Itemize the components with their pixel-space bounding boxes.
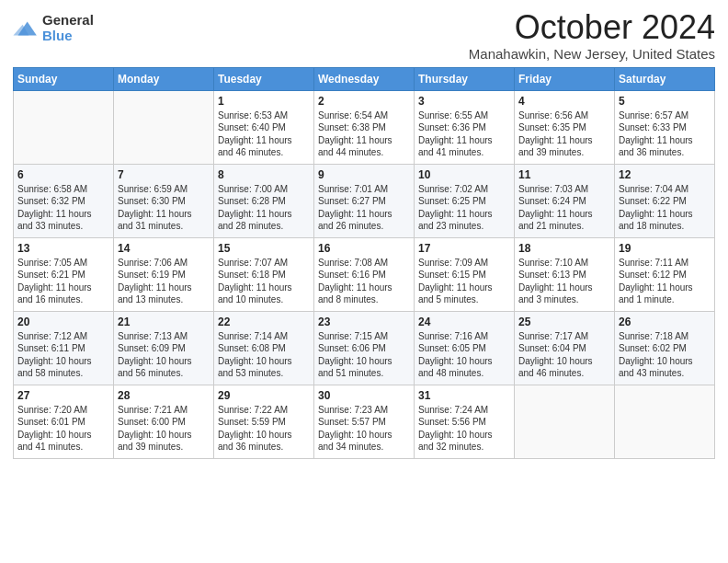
calendar-cell: 30Sunrise: 7:23 AM Sunset: 5:57 PM Dayli… <box>314 385 415 458</box>
cell-content: Sunrise: 7:07 AM Sunset: 6:18 PM Dayligh… <box>218 257 310 306</box>
day-number: 8 <box>218 168 310 181</box>
calendar-cell: 31Sunrise: 7:24 AM Sunset: 5:56 PM Dayli… <box>415 385 515 458</box>
calendar-cell: 10Sunrise: 7:02 AM Sunset: 6:25 PM Dayli… <box>415 164 515 237</box>
cell-content: Sunrise: 7:16 AM Sunset: 6:05 PM Dayligh… <box>418 330 510 380</box>
day-number: 15 <box>218 242 310 255</box>
day-number: 26 <box>619 316 711 328</box>
day-number: 27 <box>17 389 109 402</box>
day-number: 28 <box>118 389 210 402</box>
calendar-cell: 8Sunrise: 7:00 AM Sunset: 6:28 PM Daylig… <box>214 164 314 237</box>
logo-icon <box>13 18 39 39</box>
calendar-cell <box>515 385 615 458</box>
cell-content: Sunrise: 7:23 AM Sunset: 5:57 PM Dayligh… <box>318 404 410 454</box>
day-number: 3 <box>418 95 510 108</box>
day-number: 20 <box>17 316 109 328</box>
day-number: 22 <box>218 316 310 328</box>
logo-text: General Blue <box>42 13 94 43</box>
day-number: 19 <box>619 242 711 255</box>
cell-content: Sunrise: 7:20 AM Sunset: 6:01 PM Dayligh… <box>17 404 109 454</box>
cell-content: Sunrise: 7:18 AM Sunset: 6:02 PM Dayligh… <box>619 330 711 380</box>
calendar-cell: 21Sunrise: 7:13 AM Sunset: 6:09 PM Dayli… <box>114 311 214 385</box>
calendar-cell: 7Sunrise: 6:59 AM Sunset: 6:30 PM Daylig… <box>114 164 214 237</box>
calendar-cell: 23Sunrise: 7:15 AM Sunset: 6:06 PM Dayli… <box>314 311 415 385</box>
col-saturday: Saturday <box>615 67 715 90</box>
day-number: 18 <box>518 242 610 255</box>
calendar-cell: 20Sunrise: 7:12 AM Sunset: 6:11 PM Dayli… <box>14 311 114 385</box>
day-number: 4 <box>518 95 610 108</box>
col-wednesday: Wednesday <box>314 67 415 90</box>
col-sunday: Sunday <box>14 67 114 90</box>
cell-content: Sunrise: 6:56 AM Sunset: 6:35 PM Dayligh… <box>518 109 610 159</box>
calendar-cell: 25Sunrise: 7:17 AM Sunset: 6:04 PM Dayli… <box>515 311 615 385</box>
cell-content: Sunrise: 7:06 AM Sunset: 6:19 PM Dayligh… <box>118 257 210 306</box>
cell-content: Sunrise: 7:10 AM Sunset: 6:13 PM Dayligh… <box>518 257 610 306</box>
calendar-cell: 12Sunrise: 7:04 AM Sunset: 6:22 PM Dayli… <box>615 164 715 237</box>
day-number: 11 <box>518 168 610 181</box>
day-number: 12 <box>619 168 711 181</box>
cell-content: Sunrise: 6:55 AM Sunset: 6:36 PM Dayligh… <box>418 109 510 159</box>
cell-content: Sunrise: 7:05 AM Sunset: 6:21 PM Dayligh… <box>17 257 109 306</box>
col-thursday: Thursday <box>415 67 515 90</box>
calendar-cell: 2Sunrise: 6:54 AM Sunset: 6:38 PM Daylig… <box>314 90 415 164</box>
cell-content: Sunrise: 7:03 AM Sunset: 6:24 PM Dayligh… <box>518 183 610 233</box>
day-number: 30 <box>318 389 410 402</box>
cell-content: Sunrise: 7:17 AM Sunset: 6:04 PM Dayligh… <box>518 330 610 380</box>
calendar-cell: 14Sunrise: 7:06 AM Sunset: 6:19 PM Dayli… <box>114 237 214 311</box>
logo-general: General <box>42 13 94 29</box>
calendar-cell: 3Sunrise: 6:55 AM Sunset: 6:36 PM Daylig… <box>415 90 515 164</box>
calendar-cell: 1Sunrise: 6:53 AM Sunset: 6:40 PM Daylig… <box>214 90 314 164</box>
day-number: 25 <box>518 316 610 328</box>
calendar-cell: 5Sunrise: 6:57 AM Sunset: 6:33 PM Daylig… <box>615 90 715 164</box>
day-number: 1 <box>218 95 310 108</box>
cell-content: Sunrise: 7:11 AM Sunset: 6:12 PM Dayligh… <box>619 257 711 306</box>
calendar-cell: 15Sunrise: 7:07 AM Sunset: 6:18 PM Dayli… <box>214 237 314 311</box>
page: General Blue October 2024 Manahawkin, Ne… <box>0 0 728 563</box>
day-number: 17 <box>418 242 510 255</box>
day-number: 7 <box>118 168 210 181</box>
day-number: 24 <box>418 316 510 328</box>
month-title: October 2024 <box>469 9 715 46</box>
cell-content: Sunrise: 7:08 AM Sunset: 6:16 PM Dayligh… <box>318 257 410 306</box>
cell-content: Sunrise: 7:13 AM Sunset: 6:09 PM Dayligh… <box>118 330 210 380</box>
day-number: 23 <box>318 316 410 328</box>
calendar-week-row: 13Sunrise: 7:05 AM Sunset: 6:21 PM Dayli… <box>14 237 715 311</box>
day-number: 31 <box>418 389 510 402</box>
day-number: 29 <box>218 389 310 402</box>
day-number: 13 <box>17 242 109 255</box>
day-number: 5 <box>619 95 711 108</box>
cell-content: Sunrise: 6:54 AM Sunset: 6:38 PM Dayligh… <box>318 109 410 159</box>
calendar-week-row: 27Sunrise: 7:20 AM Sunset: 6:01 PM Dayli… <box>14 385 715 458</box>
day-number: 10 <box>418 168 510 181</box>
cell-content: Sunrise: 6:53 AM Sunset: 6:40 PM Dayligh… <box>218 109 310 159</box>
cell-content: Sunrise: 7:21 AM Sunset: 6:00 PM Dayligh… <box>118 404 210 454</box>
calendar-cell: 22Sunrise: 7:14 AM Sunset: 6:08 PM Dayli… <box>214 311 314 385</box>
cell-content: Sunrise: 7:15 AM Sunset: 6:06 PM Dayligh… <box>318 330 410 380</box>
calendar-cell: 16Sunrise: 7:08 AM Sunset: 6:16 PM Dayli… <box>314 237 415 311</box>
day-number: 14 <box>118 242 210 255</box>
calendar-table: Sunday Monday Tuesday Wednesday Thursday… <box>13 67 715 459</box>
cell-content: Sunrise: 7:12 AM Sunset: 6:11 PM Dayligh… <box>17 330 109 380</box>
calendar-cell: 28Sunrise: 7:21 AM Sunset: 6:00 PM Dayli… <box>114 385 214 458</box>
calendar-cell: 9Sunrise: 7:01 AM Sunset: 6:27 PM Daylig… <box>314 164 415 237</box>
calendar-cell: 29Sunrise: 7:22 AM Sunset: 5:59 PM Dayli… <box>214 385 314 458</box>
logo-blue: Blue <box>42 29 94 44</box>
calendar-header-row: Sunday Monday Tuesday Wednesday Thursday… <box>14 67 715 90</box>
logo: General Blue <box>13 13 94 43</box>
calendar-week-row: 20Sunrise: 7:12 AM Sunset: 6:11 PM Dayli… <box>14 311 715 385</box>
cell-content: Sunrise: 6:59 AM Sunset: 6:30 PM Dayligh… <box>118 183 210 233</box>
calendar-cell <box>615 385 715 458</box>
calendar-cell: 4Sunrise: 6:56 AM Sunset: 6:35 PM Daylig… <box>515 90 615 164</box>
col-friday: Friday <box>515 67 615 90</box>
day-number: 21 <box>118 316 210 328</box>
calendar-cell: 26Sunrise: 7:18 AM Sunset: 6:02 PM Dayli… <box>615 311 715 385</box>
calendar-cell <box>14 90 114 164</box>
day-number: 2 <box>318 95 410 108</box>
calendar-cell: 18Sunrise: 7:10 AM Sunset: 6:13 PM Dayli… <box>515 237 615 311</box>
day-number: 9 <box>318 168 410 181</box>
calendar-cell: 24Sunrise: 7:16 AM Sunset: 6:05 PM Dayli… <box>415 311 515 385</box>
day-number: 6 <box>17 168 109 181</box>
cell-content: Sunrise: 7:00 AM Sunset: 6:28 PM Dayligh… <box>218 183 310 233</box>
cell-content: Sunrise: 7:04 AM Sunset: 6:22 PM Dayligh… <box>619 183 711 233</box>
cell-content: Sunrise: 7:01 AM Sunset: 6:27 PM Dayligh… <box>318 183 410 233</box>
cell-content: Sunrise: 7:24 AM Sunset: 5:56 PM Dayligh… <box>418 404 510 454</box>
